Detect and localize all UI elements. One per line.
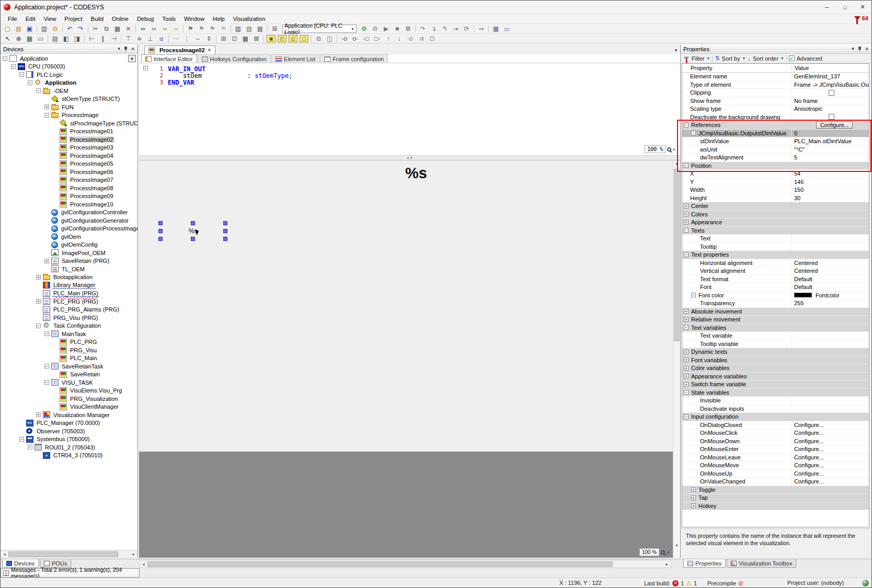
property-value-element-name[interactable]: GenElemInst_137 [791, 73, 869, 80]
font-color-swatch[interactable] [794, 293, 812, 297]
selection-handle-6[interactable] [191, 237, 195, 241]
tree-item-plc-main[interactable]: PLC_Main [1, 354, 137, 363]
tree-item-gvloem[interactable]: gvlOem [1, 233, 137, 241]
property-row-width[interactable]: Width150 [682, 186, 869, 194]
increase-horizontal-spacing-button[interactable]: ⇔ [192, 34, 203, 43]
properties-close-icon[interactable]: ✕ [865, 47, 869, 52]
collapse-icon[interactable]: − [19, 437, 24, 442]
devices-close-icon[interactable]: ✕ [131, 47, 135, 52]
align-right-button[interactable]: ⊣ [108, 34, 119, 43]
tree-item-observer-705003[interactable]: Observer (705003) [1, 427, 137, 435]
panel-tab-properties[interactable]: Properties [683, 559, 726, 568]
subtab-hotkeys-configuration[interactable]: Hotkeys Configuration [198, 54, 271, 63]
property-row-jcmpvisubasic-outputstdintvalue[interactable]: −JCmpVisuBasic.OutputstDintValue0 [682, 130, 869, 138]
property-value-height[interactable]: 30 [791, 194, 869, 202]
collapse-icon[interactable]: − [684, 163, 689, 168]
expand-icon[interactable]: + [691, 495, 696, 500]
filter-dropdown-icon[interactable]: ▼ [706, 56, 710, 60]
properties-menu-dropdown-icon[interactable]: ▼ [851, 47, 855, 51]
expand-icon[interactable]: + [684, 374, 689, 378]
property-row-onmousedown[interactable]: OnMouseDownConfigure... [682, 437, 869, 446]
property-row-clipping[interactable]: Clipping [682, 89, 869, 97]
property-value-vertical-alignment[interactable]: Centered [791, 267, 869, 275]
property-value-scaling-type[interactable]: Anisotropic [791, 105, 869, 113]
interface-editor-toggle-button[interactable]: ◧ [61, 34, 72, 43]
tree-item-application[interactable]: −Application [1, 54, 137, 63]
menu-debug[interactable]: Debug [133, 14, 158, 24]
property-row-input-configuration[interactable]: −Input configuration [682, 413, 869, 421]
property-row-height[interactable]: Height30 [682, 194, 869, 203]
single-cycle-button[interactable]: ⇒ [476, 25, 487, 33]
generate-code-button[interactable]: ▧ [244, 25, 255, 33]
tree-item-systembus-705000[interactable]: −Systembus (705000) [1, 435, 137, 444]
collapse-icon[interactable]: − [684, 325, 689, 330]
align-bottom-button[interactable]: ⊥ [145, 34, 156, 43]
expand-icon[interactable]: + [684, 220, 689, 225]
canvas-horizontal-scrollbar[interactable]: ◂ ▸ [139, 560, 671, 568]
tab-close-icon[interactable]: ✕ [208, 48, 212, 53]
previous-bookmark-button[interactable]: ⚑ [196, 25, 207, 33]
selected-visu-element[interactable]: %s [160, 223, 225, 239]
copy-project-button[interactable]: ⧉ [50, 25, 61, 33]
property-value-ondialogclosed[interactable]: Configure... [791, 421, 869, 429]
collapse-icon[interactable]: − [684, 228, 689, 233]
combo-dropdown-icon[interactable]: ▼ [351, 27, 354, 31]
new-project-button[interactable]: ▢ [2, 25, 13, 33]
tree-item-visuelems-visu-prg[interactable]: VisuElems.Visu_Prg [1, 387, 137, 395]
property-value-x[interactable]: 54 [791, 170, 869, 178]
visualization-canvas[interactable]: %s %s ▲ ▼ 100 % ▼ [139, 160, 680, 558]
replace-next-button[interactable]: ∞ [170, 25, 181, 33]
tree-item-prg-visu-prg[interactable]: PRG_Visu (PRG) [1, 314, 137, 322]
property-value-onmousedown[interactable]: Configure... [791, 437, 869, 445]
property-value-deactivate-inputs[interactable] [791, 405, 869, 413]
property-row-scaling-type[interactable]: Scaling typeAnisotropic [682, 105, 869, 113]
devices-horizontal-scrollbar[interactable]: ◂ ▸ [1, 550, 137, 558]
tree-item-bootapplication[interactable]: +Bootapplication [1, 273, 137, 282]
collapse-icon[interactable]: − [3, 56, 7, 61]
save-button[interactable]: ▣ [24, 25, 35, 33]
property-row-hotkey[interactable]: +Hotkey [682, 502, 869, 511]
sort-by-label[interactable]: Sort by [722, 55, 740, 62]
property-row-onmousemove[interactable]: OnMouseMoveConfigure... [682, 462, 869, 470]
devices-menu-dropdown-icon[interactable]: ▼ [117, 47, 121, 51]
property-row-relative-movement[interactable]: +Relative movement [682, 316, 869, 324]
delete-button[interactable]: ✕ [123, 25, 134, 33]
properties-pin-icon[interactable] [858, 47, 862, 52]
property-value-stdintvalue[interactable]: PLC_Main.stDintValue [791, 137, 869, 145]
align-vertical-center-button[interactable]: ∥ [97, 34, 108, 43]
property-row-font-color[interactable]: −Font colorFontcolor [682, 292, 869, 300]
tree-item-ctr04-3-705010[interactable]: »CTR04_3 (705010) [1, 452, 137, 460]
expand-icon[interactable]: + [36, 412, 41, 417]
subtab-frame-configuration[interactable]: Frame configuration [320, 54, 388, 63]
distribute-vertically-button[interactable]: ⋮ [181, 34, 192, 43]
tree-item-processimage08[interactable]: ProcessImage08 [1, 184, 137, 192]
property-row-texts[interactable]: −Texts [682, 227, 869, 235]
tree-item-maintask[interactable]: −MainTask [1, 330, 137, 338]
property-row-state-variables[interactable]: −State variables [682, 389, 869, 397]
menu-file[interactable]: File [4, 14, 21, 24]
tree-item-plc-logic[interactable]: −PLC Logic [1, 71, 137, 79]
open-project-button[interactable]: ▤ [13, 25, 24, 33]
canvas-zoom-dropdown-icon[interactable]: ▼ [667, 551, 670, 554]
collapse-icon[interactable]: − [691, 293, 696, 297]
devices-pin-icon[interactable] [124, 47, 128, 52]
tree-item-plc-prg-alarms-prg[interactable]: PLC_PRG_Alarms (PRG) [1, 306, 137, 314]
run-to-cursor-button[interactable]: ⇥ [450, 25, 461, 33]
property-value-onmousemove[interactable]: Configure... [791, 462, 869, 469]
tree-item-plc-main-prg[interactable]: PLC_Main (PRG) [1, 290, 137, 298]
reset-button[interactable]: ⟳ [461, 25, 472, 33]
expand-icon[interactable]: + [36, 275, 41, 280]
property-row-tooltip-variable[interactable]: Tooltip variable [682, 340, 869, 349]
property-value-text[interactable] [791, 235, 869, 243]
tree-item-processimage10[interactable]: ProcessImage10 [1, 200, 137, 209]
tree-item-imagepool-oem[interactable]: ImagePool_OEM [1, 249, 137, 257]
property-row-deactivate-inputs[interactable]: Deactivate inputs [682, 405, 869, 413]
configure-tab-order-button[interactable]: ⇉ [416, 34, 427, 43]
code-fold-icon[interactable]: − [143, 66, 148, 71]
tree-item-processimage05[interactable]: ProcessImage05 [1, 160, 137, 168]
scroll-right-icon[interactable]: ▸ [130, 552, 137, 557]
panel-tab-visualization-toolbox[interactable]: Visualization Toolbox [727, 559, 796, 568]
update-devices-button[interactable]: ⊞ [269, 25, 280, 33]
selection-handle-5[interactable] [158, 237, 163, 241]
property-value-text-variable[interactable] [791, 332, 869, 340]
